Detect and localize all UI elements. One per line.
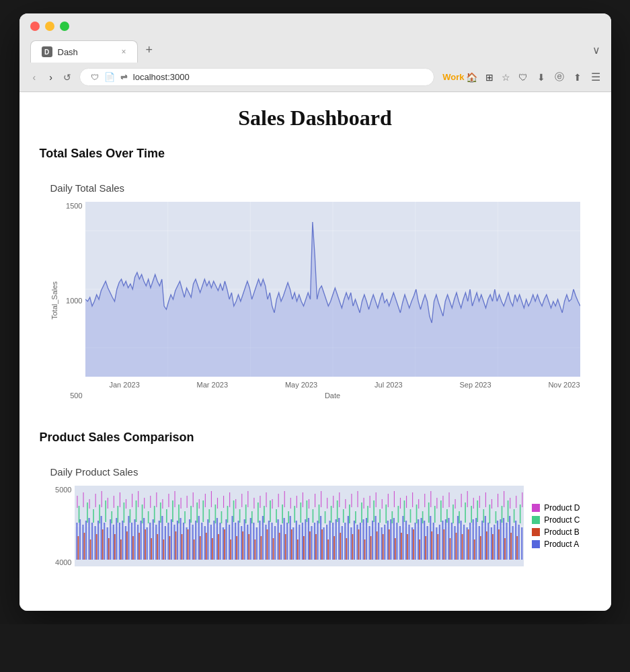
svg-rect-108 — [371, 521, 372, 560]
svg-rect-11 — [76, 523, 77, 560]
svg-rect-236 — [111, 511, 112, 523]
tab-close-button[interactable]: × — [121, 47, 126, 57]
svg-rect-197 — [315, 534, 317, 560]
svg-rect-250 — [196, 502, 198, 523]
svg-rect-309 — [107, 498, 108, 509]
svg-rect-74 — [268, 521, 269, 560]
svg-rect-160 — [89, 539, 91, 560]
briefcase-icon: 🏠 — [466, 72, 477, 83]
minimize-button[interactable] — [45, 22, 54, 31]
svg-rect-190 — [272, 538, 274, 560]
tab-favicon: D — [42, 46, 52, 57]
work-badge[interactable]: Work 🏠 — [442, 72, 477, 83]
svg-rect-332 — [247, 491, 248, 507]
profile-icon[interactable]: ⓔ — [555, 71, 564, 83]
svg-rect-215 — [425, 536, 426, 560]
security-icon: 🛡 — [91, 73, 99, 82]
svg-rect-91 — [319, 516, 321, 560]
svg-rect-124 — [420, 518, 422, 560]
download-icon[interactable]: ⬇ — [537, 72, 545, 83]
svg-rect-147 — [490, 527, 491, 560]
svg-rect-109 — [375, 516, 376, 560]
svg-rect-272 — [330, 506, 331, 523]
svg-rect-359 — [412, 492, 413, 507]
active-tab[interactable]: D Dash × — [30, 40, 138, 63]
svg-rect-150 — [500, 519, 501, 560]
svg-rect-152 — [506, 523, 507, 560]
forward-button[interactable]: › — [46, 71, 55, 84]
svg-rect-376 — [516, 496, 516, 508]
svg-rect-307 — [95, 494, 95, 507]
work-label: Work — [442, 72, 464, 82]
reload-button[interactable]: ↺ — [63, 72, 71, 83]
svg-rect-219 — [449, 538, 450, 560]
svg-rect-116 — [396, 523, 397, 560]
svg-rect-343 — [314, 494, 315, 507]
svg-rect-354 — [381, 499, 382, 509]
legend-color-product-b — [532, 528, 540, 536]
svg-rect-58 — [219, 523, 221, 560]
svg-rect-47 — [186, 527, 187, 560]
share-icon[interactable]: ⬆ — [574, 72, 582, 83]
svg-rect-342 — [308, 499, 309, 509]
svg-rect-27 — [124, 526, 126, 560]
svg-rect-38 — [158, 521, 159, 560]
x-axis: Jan 2023 Mar 2023 May 2023 Jul 2023 Sep … — [85, 377, 580, 389]
back-button[interactable]: ‹ — [30, 71, 39, 84]
svg-rect-226 — [492, 534, 494, 560]
svg-rect-373 — [497, 494, 498, 507]
maximize-button[interactable] — [60, 22, 69, 31]
chart-legend: Product D Product C Product B Produ — [532, 486, 580, 566]
svg-rect-188 — [260, 536, 262, 560]
url-bar[interactable]: 🛡 📄 ⇌ localhost:3000 — [79, 68, 434, 86]
x-axis-label: Date — [85, 391, 580, 400]
bookmark-icon[interactable]: ☆ — [502, 72, 510, 83]
svg-rect-262 — [270, 500, 271, 522]
pocket-icon[interactable]: 🛡 — [518, 72, 528, 83]
svg-rect-242 — [147, 511, 149, 523]
svg-rect-178 — [199, 536, 200, 560]
bar-chart-title: Daily Product Sales — [50, 466, 580, 478]
legend-item-product-c: Product C — [532, 515, 580, 525]
page-icon: 📄 — [104, 72, 115, 82]
close-button[interactable] — [30, 22, 40, 31]
svg-rect-31 — [136, 525, 138, 560]
svg-rect-113 — [387, 521, 388, 560]
svg-rect-55 — [210, 525, 211, 560]
svg-rect-246 — [172, 500, 173, 522]
svg-rect-198 — [321, 529, 323, 560]
svg-rect-257 — [239, 509, 240, 523]
svg-rect-23 — [112, 525, 114, 560]
svg-rect-203 — [352, 534, 353, 560]
svg-rect-110 — [378, 523, 379, 560]
new-tab-button[interactable]: + — [141, 38, 159, 63]
svg-rect-217 — [437, 534, 438, 560]
svg-rect-141 — [472, 519, 473, 560]
grid-icon[interactable]: ⊞ — [485, 72, 494, 83]
svg-rect-103 — [356, 525, 358, 560]
svg-rect-85 — [301, 523, 303, 560]
menu-button[interactable]: ☰ — [591, 71, 600, 83]
svg-rect-39 — [161, 516, 163, 560]
svg-rect-270 — [318, 505, 319, 523]
svg-rect-67 — [247, 525, 248, 560]
svg-rect-151 — [502, 518, 504, 560]
svg-rect-25 — [118, 523, 120, 560]
svg-rect-244 — [159, 502, 161, 523]
svg-rect-327 — [216, 498, 217, 509]
svg-rect-260 — [257, 502, 258, 523]
svg-rect-168 — [139, 533, 140, 560]
svg-rect-176 — [187, 529, 188, 560]
svg-rect-177 — [193, 539, 194, 560]
svg-rect-297 — [483, 509, 484, 523]
svg-rect-26 — [122, 521, 123, 560]
legend-label-product-a: Product A — [544, 539, 579, 549]
svg-rect-339 — [290, 498, 290, 509]
legend-label-product-d: Product D — [544, 503, 580, 513]
svg-rect-289 — [434, 506, 435, 523]
svg-rect-93 — [325, 525, 327, 560]
svg-rect-45 — [180, 518, 181, 560]
svg-rect-355 — [387, 494, 388, 507]
svg-rect-132 — [444, 519, 446, 560]
tab-collapse-button[interactable]: ∨ — [592, 44, 600, 57]
